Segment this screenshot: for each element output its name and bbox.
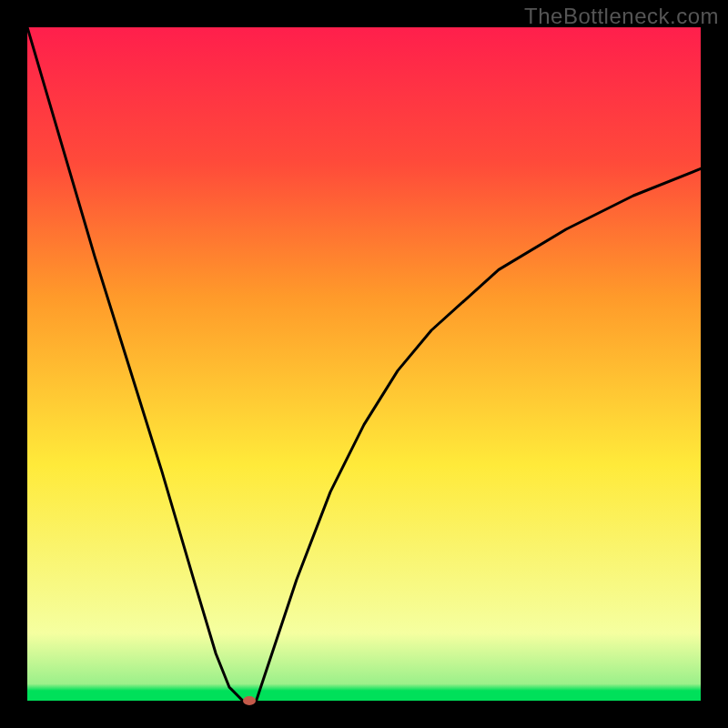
watermark-label: TheBottleneck.com [524,4,719,29]
bottleneck-curve [27,27,701,701]
min-marker [243,696,256,705]
chart-frame: TheBottleneck.com [0,0,728,728]
plot-area [27,27,701,701]
curve-path [27,27,701,701]
